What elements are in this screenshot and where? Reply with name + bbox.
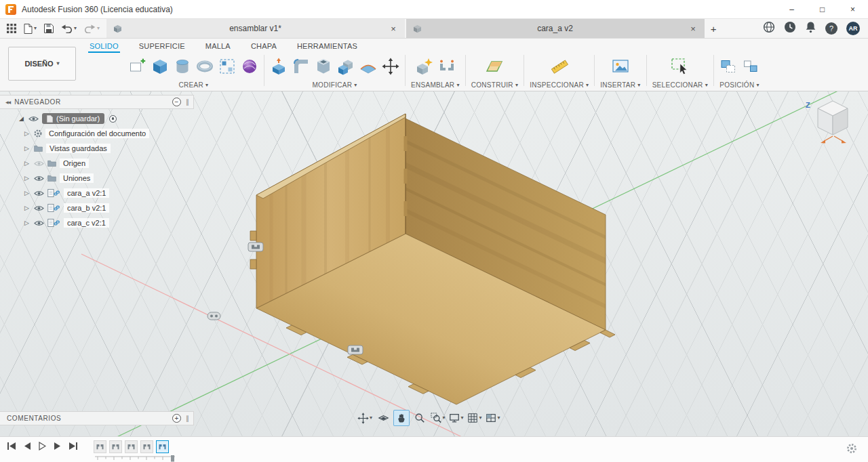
tree-item-label[interactable]: Vistas guardadas <box>46 144 111 153</box>
app-grid-button[interactable] <box>7 24 16 33</box>
save-button[interactable] <box>44 24 54 33</box>
extensions-button[interactable] <box>763 21 775 36</box>
root-document-pill[interactable]: (Sin guardar) <box>42 113 104 124</box>
torus-tool[interactable] <box>196 58 214 75</box>
timeline-feature-joint-selected[interactable] <box>156 440 169 453</box>
joint-tool[interactable] <box>438 58 456 75</box>
timeline-feature-joint[interactable] <box>109 440 122 453</box>
tab-solido[interactable]: SOLIDO <box>88 40 120 53</box>
expand-arrow-icon[interactable]: ▷ <box>24 190 34 196</box>
redo-button[interactable]: ▾ <box>84 24 100 33</box>
joint-indicator[interactable] <box>348 345 363 354</box>
timeline-scrubber[interactable] <box>95 455 180 462</box>
group-label-inspeccionar[interactable]: INSPECCIONAR▾ <box>530 81 589 89</box>
fillet-tool[interactable] <box>292 58 310 75</box>
tree-item-cara-c[interactable]: ▷ cara_c v2:1 <box>0 215 194 230</box>
tab-ensamblar-v1[interactable]: ensamblar v1* × <box>106 19 405 38</box>
step-back-button[interactable] <box>24 442 31 450</box>
tab-superficie[interactable]: SUPERFICIE <box>138 40 186 53</box>
file-menu-button[interactable]: ▾ <box>24 24 37 34</box>
joint-indicator[interactable] <box>248 243 263 251</box>
new-tab-button[interactable]: + <box>705 19 722 38</box>
tree-item-label[interactable]: Configuración del documento <box>45 129 149 138</box>
eye-icon[interactable] <box>34 175 44 182</box>
expand-arrow-icon[interactable]: ▷ <box>24 175 34 182</box>
timeline-feature-joint[interactable] <box>94 440 106 453</box>
expand-arrow-icon[interactable]: ▷ <box>24 130 34 137</box>
group-label-crear[interactable]: CREAR▾ <box>179 81 209 89</box>
3d-viewport[interactable]: Z ◀◀ NAVEGADOR − ∥ ◢ <box>0 91 868 436</box>
pattern-tool[interactable] <box>218 58 236 75</box>
collapse-all-button[interactable]: − <box>172 98 181 106</box>
tree-item-cara-a[interactable]: ▷ cara_a v2:1 <box>0 186 194 201</box>
expand-arrow-icon[interactable]: ▷ <box>24 205 34 211</box>
tree-item-named-views[interactable]: ▷ Vistas guardadas <box>0 141 194 156</box>
wood-panel-assembly[interactable] <box>231 91 624 436</box>
workspace-selector[interactable]: DISEÑO ▾ <box>8 47 76 81</box>
revert-position-tool[interactable] <box>742 58 760 75</box>
job-status-button[interactable] <box>784 21 796 36</box>
cylinder-tool[interactable] <box>174 58 191 75</box>
pan-tool[interactable] <box>393 410 410 426</box>
panel-resize-grip[interactable]: ∥ <box>186 415 189 422</box>
grid-and-snaps-tool[interactable]: ▾ <box>467 410 483 426</box>
account-avatar[interactable]: AR <box>846 22 860 35</box>
tab-close-button[interactable]: × <box>389 24 398 34</box>
help-button[interactable]: ? <box>825 22 837 35</box>
eye-icon[interactable] <box>34 205 44 212</box>
tab-cara-a-v2[interactable]: cara_a v2 × <box>406 19 705 38</box>
group-label-construir[interactable]: CONSTRUIR▾ <box>471 81 518 89</box>
scrubber-handle[interactable] <box>171 455 174 462</box>
combine-tool[interactable] <box>337 58 355 75</box>
close-button[interactable]: × <box>837 0 868 19</box>
play-button[interactable] <box>39 442 46 450</box>
offset-face-tool[interactable] <box>359 58 377 75</box>
maximize-button[interactable]: □ <box>807 0 837 19</box>
timeline-feature-joint[interactable] <box>140 440 153 453</box>
zoom-window-tool[interactable]: ▾ <box>430 410 446 426</box>
construction-plane-tool[interactable] <box>486 58 503 75</box>
go-to-end-button[interactable] <box>68 442 78 450</box>
notifications-button[interactable] <box>805 21 816 36</box>
viewports-tool[interactable]: ▾ <box>485 410 501 426</box>
go-to-start-button[interactable] <box>7 442 16 450</box>
collapse-panel-icon[interactable]: ◀◀ <box>5 100 10 104</box>
undo-button[interactable]: ▾ <box>61 24 77 33</box>
box-tool[interactable] <box>151 58 169 75</box>
tree-item-document-settings[interactable]: ▷ Configuración del documento <box>0 126 194 141</box>
move-copy-tool[interactable] <box>382 58 399 75</box>
group-label-modificar[interactable]: MODIFICAR▾ <box>312 81 357 89</box>
expand-comments-button[interactable]: + <box>172 414 181 423</box>
tree-item-root[interactable]: ◢ (Sin guardar) <box>0 111 194 126</box>
press-pull-tool[interactable] <box>270 58 288 75</box>
tree-item-label[interactable]: Origen <box>60 159 89 168</box>
tree-item-cara-b[interactable]: ▷ cara_b v2:1 <box>0 201 194 215</box>
new-component-tool[interactable] <box>415 58 433 75</box>
view-cube[interactable]: Z <box>803 97 859 147</box>
panel-resize-grip[interactable]: ∥ <box>186 98 189 106</box>
comments-header[interactable]: COMENTARIOS + ∥ <box>0 411 194 425</box>
group-label-insertar[interactable]: INSERTAR▾ <box>600 81 640 89</box>
tree-item-origin[interactable]: ▷ Origen <box>0 156 194 171</box>
tree-item-joints[interactable]: ▷ Uniones <box>0 171 194 186</box>
tab-chapa[interactable]: CHAPA <box>250 40 278 53</box>
zoom-tool[interactable] <box>412 410 428 426</box>
eye-icon[interactable] <box>34 190 44 197</box>
create-sketch-tool[interactable] <box>129 58 146 75</box>
measure-tool[interactable] <box>549 58 570 75</box>
minimize-button[interactable]: – <box>776 0 807 19</box>
timeline-settings-button[interactable] <box>846 443 857 457</box>
eye-off-icon[interactable] <box>34 160 44 167</box>
tab-close-button[interactable]: × <box>688 24 698 34</box>
eye-icon[interactable] <box>34 219 44 227</box>
eye-icon[interactable] <box>28 115 39 123</box>
insert-image-tool[interactable] <box>612 58 629 75</box>
tab-malla[interactable]: MALLA <box>204 40 232 53</box>
timeline-feature-joint[interactable] <box>125 440 138 453</box>
tree-item-label[interactable]: Uniones <box>60 173 94 183</box>
joint-indicator[interactable] <box>208 312 220 320</box>
group-label-seleccionar[interactable]: SELECCIONAR▾ <box>652 81 708 89</box>
step-forward-button[interactable] <box>54 442 61 450</box>
coil-tool[interactable] <box>241 58 258 75</box>
activate-component-radio[interactable] <box>109 115 117 123</box>
